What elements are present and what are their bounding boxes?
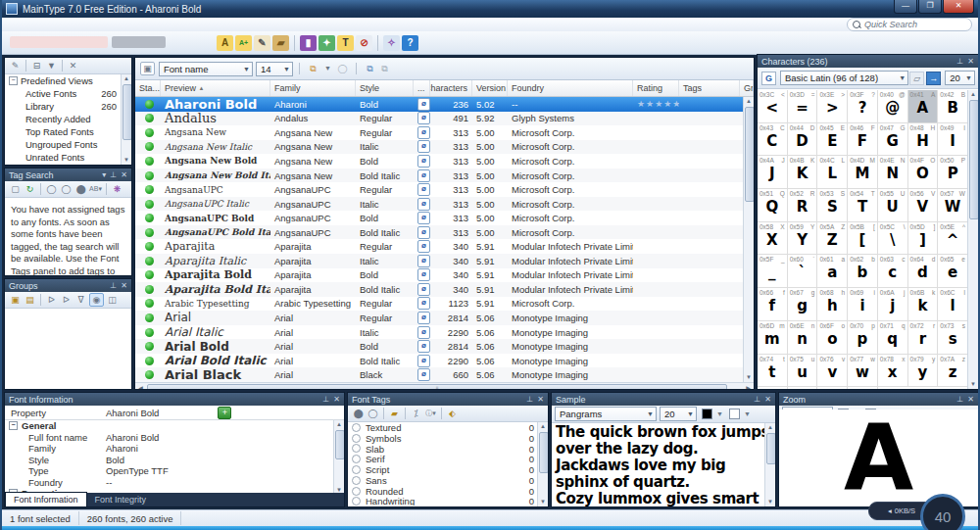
charmap-icon[interactable]: ø <box>417 355 430 367</box>
table-row[interactable]: Aparajita Bold ItalicAparajitaBold Itali… <box>135 282 743 297</box>
scroll-down-icon[interactable]: ▼ <box>765 498 775 506</box>
char-cell-0x6D[interactable]: 0x6Dmm <box>758 321 788 355</box>
char-cell-0x58[interactable]: 0x58XX <box>758 222 788 256</box>
char-cell-0x70[interactable]: 0x70pp <box>848 321 878 355</box>
pin-icon[interactable]: ⊥ <box>754 395 760 404</box>
char-cell-0x67[interactable]: 0x67gg <box>788 288 818 321</box>
char-cell-0x44[interactable]: 0x44DD <box>788 123 818 157</box>
charmap-icon[interactable]: ø <box>417 198 430 211</box>
add-property-icon[interactable]: + <box>218 407 231 419</box>
close-icon[interactable]: ✕ <box>121 281 127 290</box>
subset-combo[interactable]: Basic Latin (96 of 128)▼ <box>780 71 908 85</box>
charmap-icon[interactable]: ø <box>417 283 430 296</box>
not-circle-icon[interactable]: ⬤ <box>74 183 87 195</box>
split-icon[interactable]: ⁒ <box>410 408 422 419</box>
pin-icon[interactable]: ⊥ <box>110 170 117 179</box>
new-group-icon[interactable]: ▮ <box>300 35 317 51</box>
col-characters[interactable]: Characters <box>430 80 472 96</box>
maximize-button[interactable]: ❐ <box>918 0 942 14</box>
sample-text[interactable]: The quick brown fox jumpsover the lazy d… <box>552 423 775 507</box>
add-font-icon[interactable]: A+ <box>235 35 252 51</box>
close-icon[interactable]: ✕ <box>537 395 544 404</box>
tag-checkbox[interactable] <box>352 423 361 432</box>
sample-scrollbar[interactable]: ▲ ▼ <box>764 423 775 506</box>
tag-checkbox[interactable] <box>352 465 361 474</box>
sort-field-combo[interactable]: Font name▼ <box>159 62 253 76</box>
scroll-down-icon[interactable]: ▼ <box>968 380 978 389</box>
char-cell-0x6C[interactable]: 0x6Cll <box>938 288 968 321</box>
char-cell-0x51[interactable]: 0x51QQ <box>758 189 788 222</box>
charmap-icon[interactable]: ø <box>417 297 430 310</box>
char-cell-0x75[interactable]: 0x75uu <box>788 355 818 388</box>
dropdown-icon[interactable]: ▼ <box>741 409 754 420</box>
col-style[interactable]: Style <box>356 80 414 96</box>
char-cell-0x5A[interactable]: 0x5AZZ <box>817 222 848 256</box>
filter-icon[interactable]: ▼ <box>45 60 58 72</box>
char-cell-0x3C[interactable]: 0x3C<< <box>758 90 788 123</box>
auto-select-icon[interactable]: ◉ <box>89 293 104 307</box>
char-cell-0x6B[interactable]: 0x6Bkk <box>908 288 939 321</box>
sidebar-item-top-rated-fonts[interactable]: Top Rated Fonts <box>5 125 131 138</box>
char-cell-0x5B[interactable]: 0x5B[[ <box>848 222 878 256</box>
dropdown-icon[interactable]: ▼ <box>321 63 334 74</box>
install-font-icon[interactable]: A <box>217 35 233 51</box>
font-list-hscrollbar[interactable]: ◀ ⦙⦙ ▶ <box>135 382 754 390</box>
close-button[interactable]: ✕ <box>943 0 974 14</box>
col-charmap[interactable]: ... <box>414 80 430 96</box>
help-icon[interactable]: ? <box>402 35 418 51</box>
characters-scrollbar[interactable]: ▲ ▼ <box>967 90 978 389</box>
font-tags-scrollbar[interactable]: ▲ ▼ <box>537 422 548 506</box>
pin-icon[interactable]: ⊥ <box>110 281 117 290</box>
close-icon[interactable]: ✕ <box>967 57 974 66</box>
charmap-icon[interactable]: ø <box>417 112 430 124</box>
views-scrollbar[interactable]: ▲ ▼ <box>121 74 131 165</box>
eraser-icon[interactable]: ▰ <box>388 408 401 419</box>
char-cell-0x73[interactable]: 0x73ss <box>938 321 968 355</box>
sidebar-item-unrated-fonts[interactable]: Unrated Fonts <box>5 151 131 164</box>
col-preview[interactable]: Preview ▲ <box>161 80 270 96</box>
char-cell-0x78[interactable]: 0x78xx <box>878 355 908 388</box>
edit-font-icon[interactable]: ✎ <box>254 35 270 51</box>
table-row[interactable]: AngsanaUPC BoldAngsanaUPCBoldø3135.00Mic… <box>135 211 743 225</box>
col-family[interactable]: Family <box>270 80 356 96</box>
show-icon[interactable]: ◫ <box>106 294 119 306</box>
dropdown-icon[interactable]: ▼ <box>713 409 726 420</box>
char-cell-0x50[interactable]: 0x50PP <box>938 156 968 189</box>
table-row[interactable]: Arial BoldArialBoldø28145.06Monotype Ima… <box>135 339 743 354</box>
scroll-down-icon[interactable]: ▼ <box>122 156 131 165</box>
table-row[interactable]: Angsana New BoldAngsana NewBoldø3135.00M… <box>135 154 743 169</box>
char-cell-0x61[interactable]: 0x61aa <box>817 255 848 288</box>
char-cell-0x76[interactable]: 0x76vv <box>817 355 848 388</box>
collapse-icon[interactable]: − <box>9 76 18 85</box>
scroll-left-icon[interactable]: ◀ <box>135 383 146 390</box>
tag-row-sans[interactable]: Sans0 <box>348 475 548 486</box>
tag-row-handwriting[interactable]: Handwriting0 <box>348 497 548 506</box>
charmap-icon[interactable]: ø <box>417 169 430 182</box>
char-cell-0x7B[interactable]: 0x7B{{ <box>758 387 788 390</box>
char-cell-0x7C[interactable]: 0x7C|| <box>788 387 818 390</box>
table-row[interactable]: Arial ItalicArialItalicø22905.06Monotype… <box>135 325 743 340</box>
char-cell-0x43[interactable]: 0x43CC <box>758 123 788 157</box>
table-row[interactable]: Arial BlackArialBlackø6605.06Monotype Im… <box>135 367 743 382</box>
expand-one-icon[interactable]: ᐅ <box>45 294 58 306</box>
font-text-icon[interactable]: T <box>337 35 354 51</box>
tag-checkbox[interactable] <box>352 455 361 463</box>
col-foundry[interactable]: Foundry <box>508 80 633 96</box>
pin-icon[interactable]: ⊥ <box>956 57 963 66</box>
char-cell-0x65[interactable]: 0x65ee <box>938 255 968 288</box>
tags-icon[interactable]: ❋ <box>111 183 123 195</box>
char-cell-0x68[interactable]: 0x68hh <box>817 288 848 321</box>
charmap-icon[interactable]: ø <box>417 183 430 196</box>
charmap-icon[interactable]: ø <box>417 326 430 339</box>
tag-checkbox[interactable] <box>352 487 361 496</box>
add-subgroup-icon[interactable]: ▤ <box>24 294 36 306</box>
char-cell-0x4D[interactable]: 0x4DMM <box>848 156 878 189</box>
scroll-up-icon[interactable]: ▲ <box>968 90 978 99</box>
col-tags[interactable]: Tags <box>679 80 740 96</box>
close-icon[interactable]: ✕ <box>764 395 771 404</box>
uninstall-font-icon[interactable]: ⊘ <box>356 35 372 51</box>
charmap-icon[interactable]: ø <box>417 98 430 111</box>
char-cell-0x4E[interactable]: 0x4ENN <box>878 156 908 189</box>
scroll-up-icon[interactable]: ▲ <box>122 74 131 83</box>
sidebar-item-untagged-fonts[interactable]: Untagged Fonts <box>5 164 131 166</box>
